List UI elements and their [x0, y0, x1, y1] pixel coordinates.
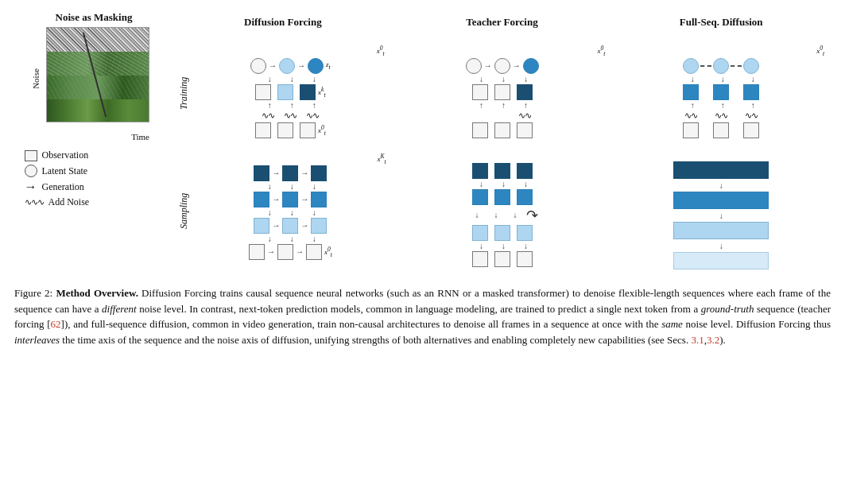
- tf-sq2: [494, 84, 510, 100]
- df-training-block: Training x0t → →: [176, 41, 390, 145]
- df-sq-bot3: [300, 122, 316, 138]
- df-train-row4: x0t: [255, 122, 326, 138]
- fsd-wide-bar-dark: [673, 161, 769, 179]
- df-sd2b: ↓: [284, 209, 300, 217]
- tf-sw2: [494, 251, 510, 267]
- fsd-ua2: ↑: [715, 102, 731, 110]
- caption-link3: 3.2: [707, 334, 719, 346]
- tf-samp-row4: [472, 251, 533, 267]
- df-darr1b: ↓: [284, 76, 300, 83]
- tf-samp-row1: [472, 163, 533, 179]
- tf-arr1: →: [484, 61, 492, 70]
- df-darr1a: ↓: [262, 76, 277, 83]
- fsd-wide-bar-light: [673, 222, 769, 239]
- caption-link2: 3.1: [691, 334, 704, 346]
- fsd-circ1: [683, 58, 699, 74]
- legend-latent: Latent State: [25, 165, 164, 177]
- fsd-circ3: [743, 58, 759, 74]
- df-samp-top-label: xKt: [193, 153, 388, 165]
- fsd-wave1: ∿∿: [683, 110, 699, 121]
- fsd-dotted1: [700, 65, 711, 67]
- df-samp-row4: → → x0t: [249, 244, 332, 260]
- fsd-dotted2: [731, 65, 742, 67]
- legend-label-generation: Generation: [42, 181, 84, 193]
- noise-y-label: Noise: [31, 68, 41, 89]
- df-samp-darr1: ↓ ↓ ↓: [258, 183, 322, 191]
- legend-box-observation: [25, 150, 37, 161]
- tf-wave1: ∿∿: [517, 110, 533, 121]
- df-sq1: [255, 84, 271, 100]
- fsd-train-darr1: ↓ ↓ ↓: [681, 76, 761, 83]
- tf-train-row2: [472, 84, 533, 100]
- tf-samp-row2: [472, 189, 533, 205]
- df-sampling-label: Sampling: [176, 149, 192, 273]
- df-sarr5: →: [272, 221, 280, 230]
- fsd-wave3: ∿∿: [743, 110, 759, 121]
- arrow-icon: →: [25, 180, 37, 193]
- noise-image: [46, 27, 149, 122]
- fsd-sqb1: [683, 122, 699, 138]
- tf-arr2: →: [513, 61, 521, 70]
- df-title: Diffusion Forcing: [244, 8, 322, 37]
- caption-text6: the time axis of the sequence and the no…: [60, 334, 691, 346]
- df-sampling-content: xKt → → ↓: [192, 149, 390, 265]
- df-s1: [254, 165, 269, 181]
- fsd-train-row4: [683, 122, 759, 138]
- figure-caption: Figure 2: Method Overview. Diffusion For…: [14, 285, 831, 347]
- tf-train-row1: → →: [466, 58, 539, 74]
- fsd-train-row3: ∿∿ ∿∿ ∿∿: [683, 110, 759, 121]
- fsd-train-uarr: ↑ ↑ ↑: [681, 102, 761, 110]
- fsd-da3: ↓: [745, 76, 761, 83]
- legend-label-latent: Latent State: [42, 165, 88, 177]
- caption-italic2: ground-truth: [701, 303, 754, 315]
- df-wave2: ∿∿: [282, 110, 298, 121]
- tf-curved-arrow-icon: ↷: [526, 207, 538, 224]
- df-sl1: [254, 218, 269, 234]
- noise-x-label: Time: [38, 132, 149, 142]
- tf-da3: ↓: [518, 76, 534, 83]
- caption-italic4: interleaves: [14, 334, 60, 346]
- fsd-sq2: [713, 84, 729, 100]
- df-xt0-samp-label: x0t: [324, 246, 332, 258]
- df-sarr7: →: [267, 247, 275, 256]
- df-sarr8: →: [296, 247, 304, 256]
- df-arr1: →: [269, 61, 277, 70]
- diagram-col-fsd: Full-Seq. Diffusion x0t: [611, 8, 831, 273]
- caption-bold: Method Overview.: [56, 287, 138, 299]
- fsd-da2: ↓: [715, 76, 731, 83]
- df-sm2: [282, 192, 298, 207]
- df-train-top-labels: x0t: [193, 45, 388, 57]
- tf-ss3: [517, 163, 533, 179]
- df-wave1: ∿∿: [260, 110, 276, 121]
- tf-train-uarr: ↑ ↑ ↑: [471, 102, 534, 110]
- df-sq-bot2: [277, 122, 293, 138]
- df-arr2: →: [297, 61, 305, 70]
- tf-circ2: [494, 58, 510, 74]
- tf-sda1: ↓: [474, 180, 490, 188]
- df-xt0-label-bot: x0t: [318, 124, 326, 137]
- fsd-wide-darr2: ↓: [673, 212, 769, 220]
- caption-link1: 62: [51, 318, 61, 330]
- tf-samp-darr1: ↓ ↓ ↓: [471, 180, 534, 188]
- tf-ua2: ↑: [496, 102, 512, 110]
- legend-label-noise: Add Noise: [48, 196, 90, 208]
- tf-sl1: [472, 225, 488, 241]
- df-circ3: [308, 58, 324, 74]
- df-samp-darr3: ↓ ↓ ↓: [258, 235, 322, 243]
- df-s3: [311, 165, 327, 181]
- fsd-wide-bar-mid: [673, 192, 769, 209]
- tf-ss1: [472, 163, 488, 179]
- df-sq2: [277, 84, 293, 100]
- df-sd3a: ↓: [262, 235, 277, 243]
- tf-sda5: ↓: [488, 211, 504, 219]
- df-sd1a: ↓: [262, 183, 277, 191]
- tf-sq3: [517, 84, 533, 100]
- df-sd2a: ↓: [262, 209, 277, 217]
- legend: Observation Latent State → Generation ∿∿…: [25, 149, 164, 211]
- noise-strip-top: [47, 28, 149, 52]
- df-sd3c: ↓: [306, 235, 322, 243]
- df-training-content: x0t → → zt: [192, 41, 390, 143]
- tf-sl2: [494, 225, 510, 241]
- caption-text8: ).: [719, 334, 726, 346]
- fsd-sq1: [683, 84, 699, 100]
